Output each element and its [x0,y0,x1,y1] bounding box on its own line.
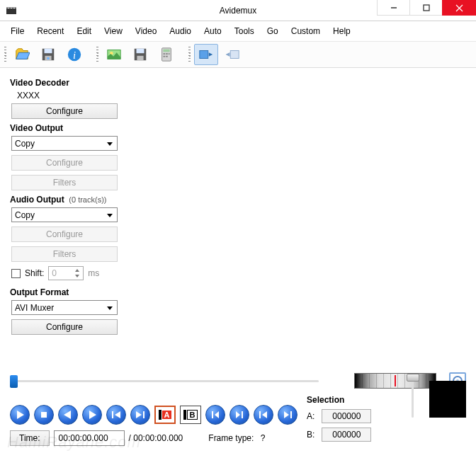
svg-rect-19 [137,56,143,60]
svg-rect-27 [200,51,208,59]
input-preview-button[interactable] [194,44,218,65]
jog-wheel[interactable] [354,373,436,389]
output-format-configure-button[interactable]: Configure [11,319,118,335]
next-frame-button[interactable] [82,405,102,425]
content: Video Decoder XXXX Configure Video Outpu… [0,68,476,346]
video-decoder-configure-button[interactable]: Configure [11,103,118,119]
menu-view[interactable]: View [98,24,129,38]
toolbar-grip[interactable] [4,47,6,62]
svg-rect-2 [8,8,9,8]
sidebar: Video Decoder XXXX Configure Video Outpu… [0,68,135,346]
shift-value: 0 [52,268,57,278]
audio-output-selected: Copy [15,210,35,220]
calculator-button[interactable] [154,44,178,65]
svg-rect-22 [163,53,165,55]
toolbar-grip-3[interactable] [188,47,191,62]
next-cut-button[interactable] [230,405,249,425]
save-project-button[interactable] [128,44,152,65]
app-icon [6,5,17,16]
svg-rect-3 [11,8,12,8]
svg-rect-21 [163,50,169,52]
audio-output-title: Audio Output (0 track(s)) [10,195,128,205]
toolbar: i [0,42,476,68]
menu-tools[interactable]: Tools [228,24,261,38]
play-button[interactable] [10,405,30,425]
frame-type-value: ? [261,433,266,443]
menu-file[interactable]: File [4,24,30,38]
preview-thumbnail [429,381,466,418]
duration-label: / 00:00:00.000 [129,433,183,443]
next-keyframe-button[interactable] [130,405,150,425]
shift-spinner[interactable]: 0 [48,266,84,280]
volume-slider[interactable] [405,375,419,418]
toolbar-grip-2[interactable] [96,47,98,62]
first-frame-button[interactable] [254,405,273,425]
menu-go[interactable]: Go [261,24,285,38]
svg-rect-25 [163,56,165,57]
output-format-combo[interactable]: AVI Muxer [11,300,118,315]
time-input[interactable]: 00:00:00.000 [54,430,125,446]
prev-frame-button[interactable] [58,405,78,425]
open-button[interactable] [10,44,34,65]
svg-rect-28 [230,51,239,59]
svg-rect-6 [424,5,429,11]
menu-video[interactable]: Video [129,24,163,38]
audio-output-filters-button: Filters [11,246,118,262]
output-preview-button[interactable] [220,44,244,65]
video-output-configure-button: Configure [11,155,118,171]
shift-checkbox[interactable] [11,269,21,278]
selection-a-label: A: [307,411,314,421]
selection-b-label: B: [307,430,314,440]
audio-output-configure-button: Configure [11,226,118,242]
audio-output-tracks: (0 track(s)) [69,195,106,204]
audio-output-combo[interactable]: Copy [11,207,118,222]
save-button[interactable] [36,44,60,65]
selection-b-value: 000000 [322,428,371,442]
svg-rect-32 [112,411,113,418]
time-button[interactable]: Time: [10,430,50,446]
close-button[interactable] [442,0,476,16]
video-output-combo[interactable]: Copy [11,136,118,151]
shift-label: Shift: [25,268,44,278]
menu-custom[interactable]: Custom [285,24,327,38]
svg-rect-4 [13,8,15,8]
frame-type-label: Frame type: [208,433,254,443]
svg-rect-18 [137,49,144,53]
svg-rect-31 [41,412,47,418]
bottom-panel: A B Time: 00:00:00.000 / 00:00:00.000 Fr… [0,367,476,453]
maximize-button[interactable] [409,0,442,16]
set-marker-a-button[interactable]: A [154,406,176,424]
svg-rect-34 [212,411,213,418]
svg-rect-23 [166,53,168,55]
menu-audio[interactable]: Audio [163,24,198,38]
svg-rect-37 [290,411,292,418]
stop-button[interactable] [34,405,54,425]
output-format-title: Output Format [10,287,128,297]
video-output-filters-button: Filters [11,175,118,190]
menu-help[interactable]: Help [327,24,357,38]
titlebar: Avidemux [0,0,476,21]
svg-text:i: i [73,50,76,61]
minimize-button[interactable] [377,0,409,16]
svg-rect-10 [45,49,52,53]
svg-rect-36 [259,411,261,418]
menu-recent[interactable]: Recent [30,24,70,38]
output-format-selected: AVI Muxer [15,303,54,313]
prev-cut-button[interactable] [205,405,225,425]
position-slider[interactable] [10,374,319,388]
last-frame-button[interactable] [278,405,298,425]
prev-keyframe-button[interactable] [106,405,126,425]
menu-edit[interactable]: Edit [70,24,98,38]
svg-rect-35 [242,411,243,418]
svg-rect-26 [166,56,168,57]
info-button[interactable]: i [62,44,86,65]
menu-auto[interactable]: Auto [198,24,228,38]
svg-point-12 [47,57,50,60]
video-output-title: Video Output [10,123,128,133]
set-marker-b-button[interactable]: B [180,406,201,424]
video-output-selected: Copy [15,139,35,149]
svg-rect-33 [143,411,144,418]
video-decoder-codec: XXXX [17,91,128,101]
selection-a-value: 000000 [322,409,371,423]
load-run-button[interactable] [102,44,126,65]
